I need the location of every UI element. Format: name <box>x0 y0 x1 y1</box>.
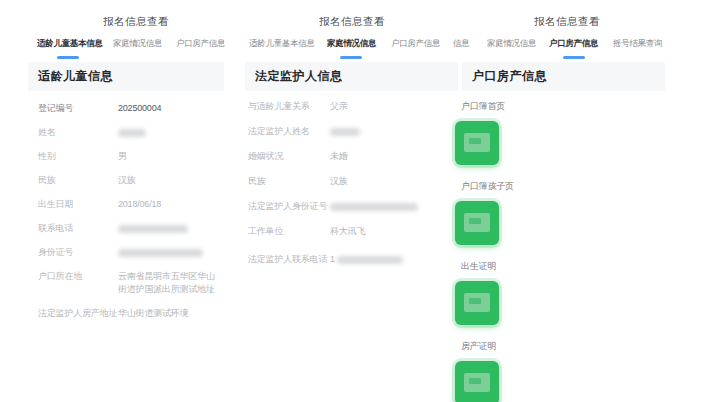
field-list: 登记编号 202500004 姓名 性别 男 民族 汉族 出生日期 2018/0… <box>38 102 228 331</box>
field-label: 户口所在地 <box>38 270 118 296</box>
section-title: 法定监护人信息 <box>245 62 458 91</box>
section-title: 适龄儿童信息 <box>28 62 224 91</box>
field-label: 法定监护人联系电话 <box>248 253 330 266</box>
tab-household-property-info[interactable]: 户口房产信息 <box>549 38 598 50</box>
field-label: 婚姻状况 <box>248 150 330 163</box>
field-value: 男 <box>118 150 220 163</box>
tab-child-basic-info[interactable]: 适龄儿童基本信息 <box>37 38 103 50</box>
field-value: 2018/06/18 <box>118 198 220 211</box>
field-row: 户口所在地 云南省昆明市五华区华山街道护国派出所测试地址 <box>38 270 228 296</box>
photo-thumbnail-icon <box>464 213 490 232</box>
field-value: 汉族 <box>330 175 432 188</box>
field-row: 民族 汉族 <box>38 174 228 187</box>
field-label: 法定监护人身份证号 <box>248 200 330 213</box>
field-value: 父亲 <box>330 100 432 113</box>
field-value: 科大讯飞 <box>330 225 432 238</box>
attachment-list: 户口簿首页 户口簿孩子页 出生证明 房产证明 <box>461 100 514 402</box>
field-value: 云南省昆明市五华区华山街道护国派出所测试地址 <box>118 270 220 296</box>
field-label: 出生日期 <box>38 198 118 211</box>
redacted-value-blob <box>330 128 360 136</box>
photo-thumbnail-icon <box>464 293 490 312</box>
photo-thumbnail-icon <box>464 373 490 392</box>
field-label: 法定监护人房产地址 <box>38 307 118 320</box>
page-title: 报名信息查看 <box>103 15 169 29</box>
field-label: 与适龄儿童关系 <box>248 100 330 113</box>
tab-household-property-info[interactable]: 户口房产信息 <box>391 38 440 50</box>
field-row: 姓名 <box>38 126 228 139</box>
birth-certificate-thumbnail[interactable] <box>455 281 499 325</box>
field-label: 登记编号 <box>38 102 118 115</box>
redacted-value-blob <box>118 249 203 257</box>
section-header: 户口房产信息 <box>462 62 665 91</box>
panel-guardian-info: 报名信息查看 适龄儿童基本信息 家庭情况信息 户口房产信息 法定监护人信息 与适… <box>234 0 458 402</box>
field-label: 身份证号 <box>38 246 118 259</box>
household-register-child-page-thumbnail[interactable] <box>455 201 499 245</box>
field-label: 法定监护人姓名 <box>248 125 330 138</box>
tab-family-info[interactable]: 家庭情况信息 <box>113 38 162 50</box>
field-value: 未婚 <box>330 150 432 163</box>
field-row: 法定监护人身份证号 <box>248 200 448 213</box>
field-label: 性别 <box>38 150 118 163</box>
field-value-redacted: 1 <box>330 253 432 266</box>
page-title: 报名信息查看 <box>534 15 600 29</box>
field-list: 与适龄儿童关系 父亲 法定监护人姓名 婚姻状况 未婚 民族 汉族 法定监护人身份… <box>248 100 448 278</box>
tab-child-basic-info-truncated[interactable]: 信息 <box>453 38 469 50</box>
attachment-label: 出生证明 <box>461 260 514 273</box>
photo-thumbnail-icon <box>464 133 490 152</box>
panel-child-basic-info: 报名信息查看 适龄儿童基本信息 家庭情况信息 户口房产信息 适龄儿童信息 登记编… <box>0 0 234 402</box>
field-row: 婚姻状况 未婚 <box>248 150 448 163</box>
field-row: 性别 男 <box>38 150 228 163</box>
tab-lottery-result[interactable]: 摇号结果查询 <box>613 38 662 50</box>
field-value: 汉族 <box>118 174 220 187</box>
section-title: 户口房产信息 <box>462 62 665 91</box>
field-label: 姓名 <box>38 126 118 139</box>
field-value: 华山街道测试环境 <box>118 307 220 320</box>
panel-household-property: 报名信息查看 信息 家庭情况信息 户口房产信息 摇号结果查询 户口房产信息 户口… <box>450 0 703 402</box>
field-row: 法定监护人姓名 <box>248 125 448 138</box>
redacted-value-blob <box>118 129 146 137</box>
property-certificate-thumbnail[interactable] <box>455 361 499 402</box>
redacted-value-blob <box>118 225 188 233</box>
field-label: 联系电话 <box>38 222 118 235</box>
attachment-label: 户口簿首页 <box>461 100 514 113</box>
field-row: 出生日期 2018/06/18 <box>38 198 228 211</box>
field-value-redacted <box>118 222 220 235</box>
active-tab-underline <box>340 56 362 59</box>
field-value-redacted <box>330 200 432 213</box>
registration-info-view: 报名信息查看 适龄儿童基本信息 家庭情况信息 户口房产信息 适龄儿童信息 登记编… <box>0 0 703 402</box>
field-value-partial: 1 <box>330 254 335 264</box>
field-value-redacted <box>330 125 432 138</box>
page-title: 报名信息查看 <box>319 15 385 29</box>
field-row: 法定监护人联系电话 1 <box>248 253 448 266</box>
attachment-label: 户口簿孩子页 <box>461 180 514 193</box>
field-row: 联系电话 <box>38 222 228 235</box>
section-header: 法定监护人信息 <box>245 62 458 91</box>
tab-family-info[interactable]: 家庭情况信息 <box>487 38 536 50</box>
household-register-front-thumbnail[interactable] <box>455 121 499 165</box>
field-row: 法定监护人房产地址 华山街道测试环境 <box>38 307 228 320</box>
active-tab-underline <box>57 56 79 59</box>
field-row: 与适龄儿童关系 父亲 <box>248 100 448 113</box>
field-row: 登记编号 202500004 <box>38 102 228 115</box>
field-value: 202500004 <box>118 102 220 115</box>
tab-child-basic-info[interactable]: 适龄儿童基本信息 <box>249 38 315 50</box>
field-row: 工作单位 科大讯飞 <box>248 225 448 238</box>
field-row: 民族 汉族 <box>248 175 448 188</box>
active-tab-underline <box>563 56 585 59</box>
tab-household-property-info[interactable]: 户口房产信息 <box>176 38 225 50</box>
section-header: 适龄儿童信息 <box>28 62 224 91</box>
field-label: 工作单位 <box>248 225 330 238</box>
field-label: 民族 <box>248 175 330 188</box>
field-value-redacted <box>118 246 220 259</box>
redacted-value-blob <box>337 256 403 264</box>
redacted-value-blob <box>330 203 418 211</box>
attachment-label: 房产证明 <box>461 340 514 353</box>
field-value-redacted <box>118 126 220 139</box>
field-row: 身份证号 <box>38 246 228 259</box>
field-label: 民族 <box>38 174 118 187</box>
tab-family-info[interactable]: 家庭情况信息 <box>327 38 376 50</box>
